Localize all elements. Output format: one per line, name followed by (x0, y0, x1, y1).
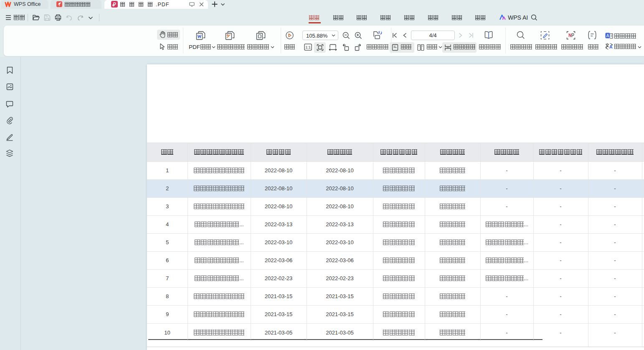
svg-text:1:1: 1:1 (305, 45, 311, 49)
svg-text:A: A (606, 33, 609, 38)
